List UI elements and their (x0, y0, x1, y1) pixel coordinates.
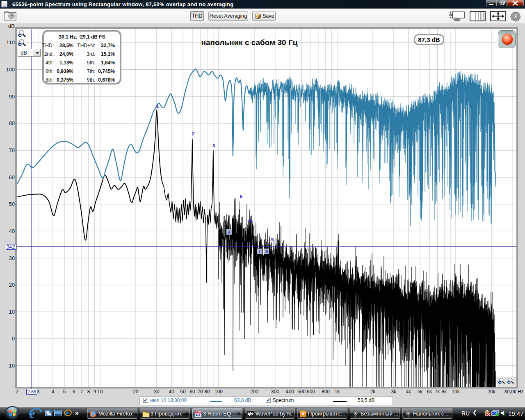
svg-text:2: 2 (192, 131, 194, 136)
svg-text:REW: REW (195, 411, 201, 414)
svg-text:6: 6 (249, 218, 252, 223)
svg-text:4: 4 (228, 230, 231, 235)
svg-text:8: 8 (265, 249, 268, 254)
svg-text:1: 1 (156, 104, 159, 109)
svg-text:3: 3 (212, 143, 215, 148)
svg-text:7: 7 (258, 249, 261, 254)
svg-text:9: 9 (271, 237, 274, 242)
svg-text:5: 5 (240, 194, 242, 199)
